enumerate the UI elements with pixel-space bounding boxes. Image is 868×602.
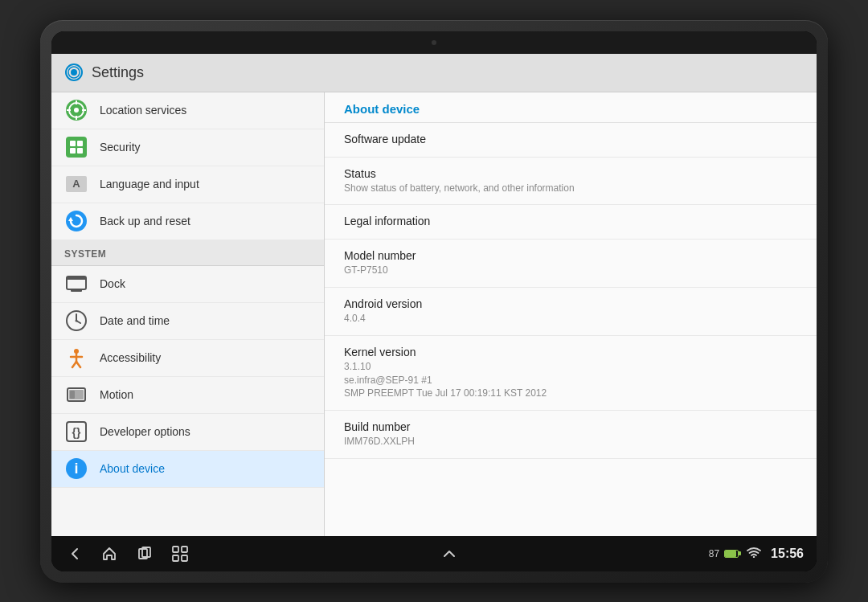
- backup-icon: [64, 209, 88, 233]
- sidebar-item-datetime[interactable]: Date and time: [51, 303, 324, 340]
- tablet-outer: Settings: [40, 20, 828, 583]
- location-label: Location services: [100, 104, 186, 117]
- settings-body: Location services: [51, 92, 817, 536]
- backup-label: Back up and reset: [100, 215, 190, 227]
- model-title: Model number: [344, 249, 797, 262]
- dock-label: Dock: [100, 277, 125, 290]
- software-update-title: Software update: [344, 133, 797, 145]
- about-icon: i: [64, 457, 88, 481]
- datetime-icon: [64, 309, 88, 333]
- model-subtitle: GT-P7510: [344, 264, 797, 277]
- sidebar-item-dock[interactable]: Dock: [51, 266, 324, 303]
- accessibility-label: Accessibility: [100, 351, 161, 364]
- detail-item-build: Build number IMM76D.XXLPH: [325, 411, 817, 459]
- sidebar-item-developer[interactable]: {} Developer options: [51, 414, 324, 451]
- detail-item-android: Android version 4.0.4: [325, 288, 817, 336]
- settings-header: Settings: [51, 54, 817, 92]
- svg-rect-14: [77, 148, 83, 154]
- system-section-header: System: [51, 240, 324, 266]
- nav-center: [440, 544, 459, 563]
- android-subtitle: 4.0.4: [344, 312, 797, 326]
- language-icon: A: [64, 172, 88, 196]
- kernel-title: Kernel version: [344, 346, 797, 358]
- sidebar-item-security[interactable]: Security: [51, 129, 324, 166]
- detail-item-kernel: Kernel version 3.1.10 se.infra@SEP-91 #1…: [325, 336, 817, 411]
- svg-text:{}: {}: [72, 426, 81, 439]
- settings-header-icon: [64, 63, 84, 82]
- detail-item-status[interactable]: Status Show status of battery, network, …: [325, 158, 817, 206]
- svg-rect-10: [66, 137, 87, 158]
- developer-label: Developer options: [100, 425, 190, 438]
- sidebar-item-motion[interactable]: Motion: [51, 377, 324, 414]
- svg-rect-40: [173, 547, 178, 552]
- location-icon: [64, 98, 88, 122]
- build-title: Build number: [344, 420, 797, 433]
- detail-section-title: About device: [325, 92, 817, 123]
- apps-button[interactable]: [170, 544, 190, 563]
- up-button[interactable]: [440, 544, 459, 563]
- sidebar-item-location[interactable]: Location services: [51, 92, 324, 129]
- detail-item-legal[interactable]: Legal information: [325, 205, 817, 240]
- accessibility-icon: [64, 346, 88, 370]
- sidebar: Location services: [51, 92, 325, 536]
- status-title: Status: [344, 167, 797, 180]
- svg-rect-13: [70, 148, 76, 154]
- sidebar-item-backup[interactable]: Back up and reset: [51, 203, 324, 240]
- detail-item-software-update[interactable]: Software update: [325, 123, 817, 158]
- dock-icon: [64, 272, 88, 296]
- svg-text:i: i: [74, 461, 78, 477]
- svg-rect-11: [70, 141, 76, 146]
- camera: [432, 40, 436, 45]
- clock: 15:56: [771, 547, 804, 561]
- svg-rect-12: [77, 141, 83, 146]
- sidebar-item-about[interactable]: i About device: [51, 451, 324, 488]
- svg-point-44: [753, 556, 755, 558]
- motion-label: Motion: [100, 388, 133, 401]
- back-button[interactable]: [64, 544, 84, 563]
- settings-title: Settings: [92, 64, 144, 81]
- top-bar: [51, 31, 817, 54]
- svg-point-1: [71, 69, 77, 76]
- svg-rect-21: [71, 289, 82, 292]
- motion-icon: [64, 383, 88, 407]
- android-title: Android version: [344, 297, 797, 310]
- detail-panel: About device Software update Status Show…: [325, 92, 817, 536]
- tablet-screen: Settings: [51, 31, 817, 571]
- svg-line-30: [76, 362, 80, 367]
- datetime-label: Date and time: [100, 314, 170, 327]
- build-subtitle: IMM76D.XXLPH: [344, 435, 797, 448]
- nav-left: [64, 544, 190, 563]
- battery-pct: 87: [709, 548, 719, 559]
- home-button[interactable]: [100, 544, 119, 563]
- sidebar-item-accessibility[interactable]: Accessibility: [51, 340, 324, 377]
- about-label: About device: [100, 462, 165, 475]
- sidebar-item-language[interactable]: A Language and input: [51, 166, 324, 203]
- svg-rect-42: [173, 555, 178, 561]
- svg-point-25: [76, 320, 78, 322]
- svg-rect-41: [182, 547, 187, 552]
- nav-bar: 87 15:56: [51, 536, 817, 571]
- kernel-subtitle: 3.1.10 se.infra@SEP-91 #1 SMP PREEMPT Tu…: [344, 360, 797, 400]
- svg-text:A: A: [72, 178, 80, 190]
- detail-item-model: Model number GT-P7510: [325, 240, 817, 288]
- security-icon: [64, 135, 88, 159]
- language-label: Language and input: [100, 178, 199, 190]
- wifi-icon: [747, 547, 761, 560]
- battery-icon: [724, 550, 739, 558]
- nav-right: 87 15:56: [709, 547, 804, 561]
- developer-icon: {}: [64, 420, 88, 444]
- svg-rect-43: [182, 555, 187, 561]
- settings-app: Settings: [51, 54, 817, 536]
- svg-rect-20: [67, 277, 86, 280]
- recents-button[interactable]: [135, 544, 154, 563]
- status-subtitle: Show status of battery, network, and oth…: [344, 182, 797, 195]
- svg-rect-33: [70, 391, 75, 399]
- svg-point-5: [74, 108, 79, 113]
- legal-title: Legal information: [344, 215, 797, 227]
- security-label: Security: [100, 141, 141, 154]
